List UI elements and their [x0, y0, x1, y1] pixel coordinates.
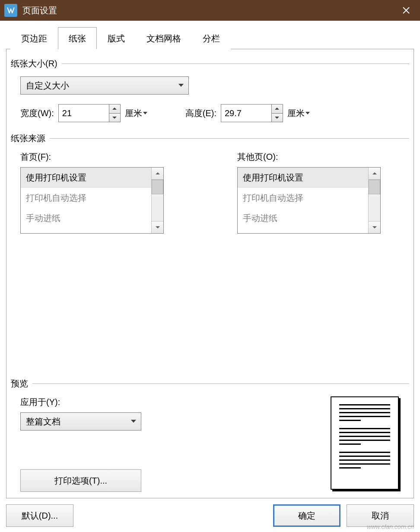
chevron-down-icon [143, 111, 147, 115]
apply-to-value: 整篇文档 [26, 416, 125, 428]
list-item[interactable]: 打印机自动选择 [238, 188, 368, 208]
width-unit-combo[interactable]: 厘米 [125, 108, 147, 119]
other-pages-label: 其他页(O): [237, 151, 381, 163]
scrollbar[interactable] [368, 168, 380, 233]
height-label: 高度(E): [185, 108, 216, 119]
scroll-thumb[interactable] [152, 180, 163, 194]
divider [62, 63, 409, 64]
ok-label: 确定 [298, 510, 315, 522]
height-increment[interactable] [272, 104, 283, 114]
tab-paper[interactable]: 纸张 [58, 27, 97, 49]
ok-button[interactable]: 确定 [273, 504, 340, 527]
width-input[interactable] [59, 104, 109, 122]
tab-bar: 页边距 纸张 版式 文档网格 分栏 [6, 27, 414, 49]
paper-size-combo[interactable]: 自定义大小 [20, 76, 189, 95]
scroll-up-button[interactable] [152, 168, 163, 180]
dialog-body: 页边距 纸张 版式 文档网格 分栏 纸张大小(R) 自定义大小 [0, 21, 420, 532]
list-item[interactable]: 手动进纸 [21, 208, 151, 228]
close-icon [402, 6, 410, 14]
page-preview [331, 396, 399, 490]
tab-columns[interactable]: 分栏 [192, 27, 231, 49]
paper-source-header: 纸张来源 [11, 133, 409, 144]
scroll-thumb[interactable] [369, 180, 380, 194]
height-input[interactable] [221, 104, 271, 122]
app-icon [4, 4, 17, 17]
width-spinbox[interactable] [58, 104, 121, 122]
scroll-track[interactable] [369, 180, 380, 221]
chevron-down-icon [305, 111, 310, 115]
scroll-down-button[interactable] [369, 221, 380, 233]
paper-size-header: 纸张大小(R) [11, 58, 409, 70]
titlebar: 页面设置 [0, 0, 420, 21]
list-item[interactable]: 手动进纸 [238, 208, 368, 228]
default-label: 默认(D)... [22, 510, 58, 522]
width-decrement[interactable] [109, 114, 120, 122]
apply-to-label: 应用于(Y): [20, 396, 331, 408]
cancel-label: 取消 [372, 510, 389, 522]
page-setup-dialog: 页面设置 页边距 纸张 版式 文档网格 分栏 纸张大小(R) 自定义大小 [0, 0, 420, 532]
default-button[interactable]: 默认(D)... [6, 504, 73, 527]
cancel-button[interactable]: 取消 [347, 504, 414, 527]
height-unit-combo[interactable]: 厘米 [287, 108, 310, 119]
preview-label: 预览 [11, 378, 28, 390]
tab-content: 纸张大小(R) 自定义大小 宽度(W): [6, 49, 414, 498]
print-options-label: 打印选项(T)... [54, 475, 107, 487]
close-button[interactable] [396, 0, 417, 21]
apply-to-combo[interactable]: 整篇文档 [20, 412, 141, 431]
width-label: 宽度(W): [20, 108, 54, 119]
height-decrement[interactable] [272, 114, 283, 122]
chevron-down-icon [130, 419, 137, 424]
dialog-footer: 默认(D)... 确定 取消 [6, 498, 414, 527]
list-item[interactable]: 使用打印机设置 [21, 168, 151, 188]
list-item[interactable]: 使用打印机设置 [238, 168, 368, 188]
first-page-label: 首页(F): [20, 151, 164, 163]
dialog-title: 页面设置 [22, 5, 396, 16]
height-spinbox[interactable] [221, 104, 283, 122]
list-item[interactable]: 打印机自动选择 [21, 188, 151, 208]
divider [32, 383, 409, 384]
width-increment[interactable] [109, 104, 120, 114]
divider [50, 138, 409, 139]
paper-size-label: 纸张大小(R) [11, 58, 57, 70]
first-page-listbox[interactable]: 使用打印机设置 打印机自动选择 手动进纸 [20, 167, 164, 234]
width-unit-label: 厘米 [125, 108, 142, 119]
tab-grid[interactable]: 文档网格 [136, 27, 192, 49]
tab-layout[interactable]: 版式 [97, 27, 136, 49]
paper-size-value: 自定义大小 [26, 80, 173, 92]
height-unit-label: 厘米 [287, 108, 305, 119]
other-pages-listbox[interactable]: 使用打印机设置 打印机自动选择 手动进纸 [237, 167, 381, 234]
scrollbar[interactable] [151, 168, 163, 233]
paper-source-label: 纸张来源 [11, 133, 45, 144]
scroll-up-button[interactable] [369, 168, 380, 180]
scroll-track[interactable] [152, 180, 163, 221]
chevron-down-icon [178, 83, 184, 88]
print-options-button[interactable]: 打印选项(T)... [20, 469, 141, 492]
scroll-down-button[interactable] [152, 221, 163, 233]
tab-margins[interactable]: 页边距 [10, 27, 58, 49]
preview-header: 预览 [11, 378, 409, 390]
